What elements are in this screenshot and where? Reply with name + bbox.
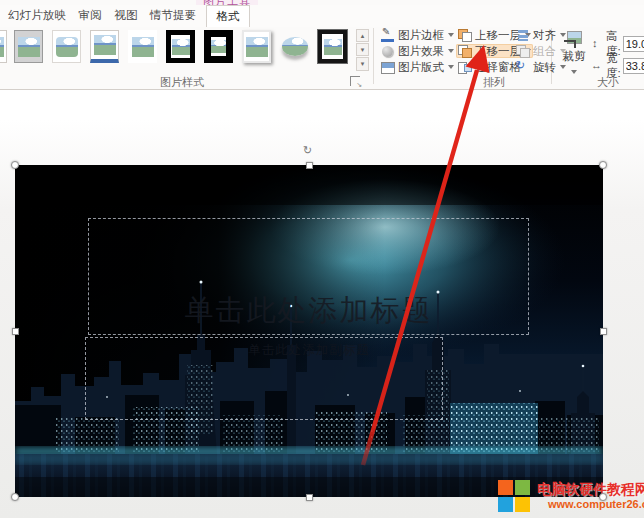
group-objects-icon (516, 45, 530, 58)
crop-button[interactable]: 裁剪 (558, 28, 590, 74)
slide-canvas[interactable]: 单击此处添加标题 单击此处添加副标题 ↻ 电脑软硬件教程网 www.comput… (0, 90, 644, 518)
resize-handle-bottom-left[interactable] (11, 493, 19, 501)
arrange-group-label: 排列 (483, 75, 505, 90)
gallery-scroll-up-icon[interactable]: ▴ (356, 29, 369, 42)
style-preview-image (246, 37, 268, 57)
picture-effects-label: 图片效果 (398, 44, 444, 59)
subtitle-placeholder[interactable]: 单击此处添加副标题 (85, 337, 443, 420)
gallery-scroll-down-icon[interactable]: ▾ (356, 43, 369, 56)
rotation-handle-icon[interactable]: ↻ (303, 144, 312, 157)
tab-storyboard[interactable]: 情节提要 (148, 5, 198, 26)
logo-square-orange (498, 480, 513, 495)
chevron-down-icon (448, 65, 454, 69)
group-label: 组合 (533, 44, 556, 59)
style-preview-image (211, 40, 226, 53)
picture-style-thumbnail-selected[interactable] (14, 30, 43, 63)
style-preview-image (0, 37, 4, 57)
style-preview-image (282, 37, 308, 56)
picture-style-thumbnail[interactable] (242, 30, 271, 63)
resize-handle-top-left[interactable] (11, 161, 19, 169)
ribbon: 图片工具 幻灯片放映 审阅 视图 情节提要 格式 ▴ ▾ ▾ (0, 0, 644, 90)
logo-square-green (515, 480, 530, 495)
selected-picture[interactable]: 单击此处添加标题 单击此处添加副标题 (15, 165, 603, 497)
picture-layout-label: 图片版式 (398, 60, 444, 75)
picture-effects-icon (381, 45, 395, 58)
tab-view[interactable]: 视图 (112, 5, 140, 26)
bring-forward-icon (458, 29, 472, 42)
send-backward-icon (458, 45, 472, 58)
rotate-icon (516, 61, 530, 74)
style-preview-image (18, 37, 40, 57)
width-input[interactable] (623, 58, 644, 74)
resize-handle-top-center[interactable] (306, 162, 313, 169)
dialog-launcher-icon[interactable] (350, 76, 360, 86)
title-placeholder-text: 单击此处添加标题 (185, 291, 433, 334)
watermark-site-url: www.computer26.com (548, 498, 644, 510)
picture-effects-button[interactable]: 图片效果 (379, 44, 456, 58)
crop-label: 裁剪 (563, 50, 586, 62)
group-separator (373, 28, 374, 84)
powerpoint-window: 图片工具 幻灯片放映 审阅 视图 情节提要 格式 ▴ ▾ ▾ (0, 0, 644, 518)
size-group-label: 大小 (597, 75, 619, 90)
picture-style-thumbnail[interactable] (128, 30, 157, 63)
style-preview-image (132, 37, 154, 57)
picture-layout-button[interactable]: 图片版式 (379, 60, 456, 74)
chevron-down-icon (448, 49, 454, 53)
title-placeholder[interactable]: 单击此处添加标题 (88, 218, 529, 335)
tab-review[interactable]: 审阅 (76, 5, 104, 26)
crop-icon (564, 29, 584, 47)
style-preview-image (94, 35, 116, 55)
picture-style-thumbnail[interactable] (318, 30, 347, 63)
picture-style-thumbnail[interactable] (90, 30, 119, 63)
style-preview-image (56, 37, 78, 57)
align-label: 对齐 (533, 28, 556, 43)
subtitle-placeholder-text: 单击此处添加副标题 (131, 342, 487, 359)
style-preview-image (172, 39, 190, 55)
logo-square-blue (498, 497, 513, 512)
watermark-site-name: 电脑软硬件教程网 (537, 481, 644, 499)
picture-style-thumbnail[interactable] (204, 30, 233, 63)
resize-handle-middle-left[interactable] (12, 328, 19, 335)
chevron-down-icon (448, 33, 454, 37)
picture-style-thumbnail[interactable] (280, 30, 309, 63)
selection-pane-icon (458, 61, 472, 74)
align-icon (516, 29, 530, 42)
resize-handle-top-right[interactable] (599, 161, 607, 169)
picture-style-thumbnail[interactable] (166, 30, 195, 63)
picture-border-button[interactable]: 图片边框 (379, 28, 456, 42)
tab-format[interactable]: 格式 (206, 5, 250, 27)
rotate-label: 旋转 (533, 60, 556, 75)
resize-handle-bottom-center[interactable] (306, 494, 313, 501)
picture-border-icon (381, 29, 395, 42)
ribbon-tab-row: 幻灯片放映 审阅 视图 情节提要 格式 (0, 5, 644, 27)
picture-style-thumbnail[interactable] (0, 30, 7, 63)
resize-handle-bottom-right[interactable] (599, 493, 607, 501)
style-preview-image (324, 39, 342, 55)
width-icon (590, 60, 604, 73)
selection-pane-button[interactable]: 选择窗格 (456, 60, 523, 74)
picture-border-label: 图片边框 (398, 28, 444, 43)
logo-square-yellow (515, 497, 530, 512)
picture-styles-gallery (0, 28, 354, 72)
watermark-logo-icon (498, 480, 532, 514)
tab-slideshow[interactable]: 幻灯片放映 (6, 5, 68, 26)
height-input[interactable] (623, 36, 644, 52)
picture-layout-icon (381, 61, 395, 74)
picture-style-thumbnail[interactable] (52, 30, 81, 63)
height-icon (590, 38, 604, 51)
picture-styles-group-label: 图片样式 (160, 75, 204, 90)
resize-handle-middle-right[interactable] (600, 328, 607, 335)
chevron-down-icon (571, 70, 577, 74)
gallery-more-icon[interactable]: ▾ (356, 57, 369, 71)
